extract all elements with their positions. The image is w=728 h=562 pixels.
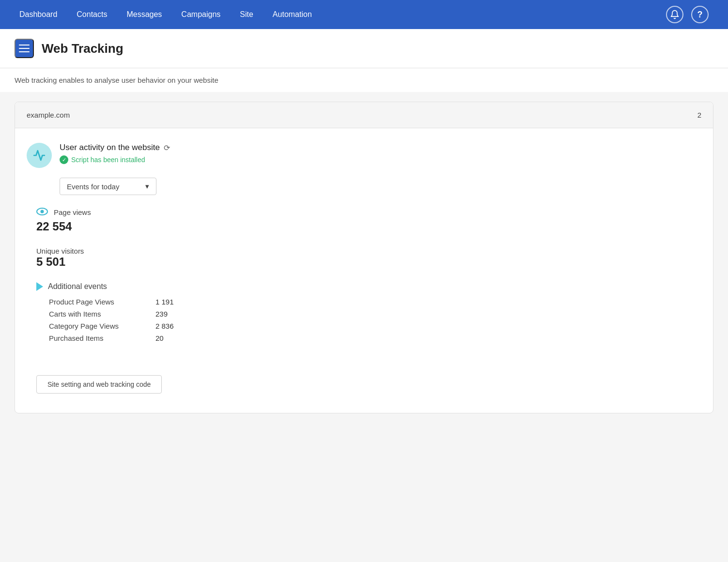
navbar: Dashboard Contacts Messages Campaigns Si… <box>0 0 728 29</box>
page-views-label: Page views <box>54 208 91 216</box>
list-item: Carts with Items 239 <box>49 310 701 318</box>
eye-icon <box>36 207 48 218</box>
card-body: User activity on the website ⟳ ✓ Script … <box>15 128 713 413</box>
nav-site[interactable]: Site <box>240 10 253 19</box>
page-subtitle: Web tracking enables to analyse user beh… <box>0 68 728 92</box>
event-purchased-items: Purchased Items <box>49 334 155 342</box>
page-header: Web Tracking <box>0 29 728 68</box>
event-category-page-views: Category Page Views <box>49 322 155 330</box>
events-dropdown-label: Events for today <box>67 182 119 191</box>
page-views-value: 22 554 <box>36 220 701 233</box>
events-list: Product Page Views 1 191 Carts with Item… <box>49 298 701 342</box>
refresh-icon[interactable]: ⟳ <box>164 143 170 152</box>
activity-header: User activity on the website ⟳ ✓ Script … <box>27 143 701 168</box>
unique-visitors-stat: Unique visitors 5 501 <box>36 247 701 269</box>
event-product-page-views: Product Page Views <box>49 298 155 306</box>
check-circle-icon: ✓ <box>60 155 68 164</box>
menu-button[interactable] <box>15 39 34 58</box>
installed-label: Script has been installed <box>71 156 145 164</box>
additional-events-header: Additional events <box>36 282 701 291</box>
site-setting-button[interactable]: Site setting and web tracking code <box>36 375 162 394</box>
page-title: Web Tracking <box>42 41 124 56</box>
list-item: Product Page Views 1 191 <box>49 298 701 306</box>
event-category-page-views-count: 2 836 <box>155 322 174 330</box>
list-item: Purchased Items 20 <box>49 334 701 342</box>
notification-button[interactable] <box>666 6 683 23</box>
event-product-page-views-count: 1 191 <box>155 298 174 306</box>
page-views-row: Page views <box>36 207 701 218</box>
svg-point-1 <box>41 210 44 213</box>
card-domain: example.com <box>27 111 70 119</box>
nav-contacts[interactable]: Contacts <box>77 10 107 19</box>
activity-chart-icon <box>33 149 46 162</box>
menu-line-1 <box>19 45 30 46</box>
additional-events-section: Additional events Product Page Views 1 1… <box>36 282 701 342</box>
event-carts-with-items-count: 239 <box>155 310 168 318</box>
menu-line-2 <box>19 48 30 49</box>
activity-icon-circle <box>27 143 52 168</box>
activity-title-group: User activity on the website ⟳ ✓ Script … <box>60 143 170 164</box>
events-dropdown-container: Events for today ▾ <box>60 178 701 195</box>
help-button[interactable]: ? <box>691 6 709 23</box>
card-count: 2 <box>697 111 701 119</box>
installed-badge: ✓ Script has been installed <box>60 155 170 164</box>
nav-dashboard[interactable]: Dashboard <box>19 10 57 19</box>
event-carts-with-items: Carts with Items <box>49 310 155 318</box>
unique-visitors-value: 5 501 <box>36 255 701 269</box>
activity-title: User activity on the website ⟳ <box>60 143 170 152</box>
nav-campaigns[interactable]: Campaigns <box>181 10 220 19</box>
bell-icon <box>670 10 680 19</box>
activity-title-text: User activity on the website <box>60 143 160 152</box>
eye-svg <box>36 208 48 215</box>
question-icon: ? <box>697 10 703 20</box>
nav-automation[interactable]: Automation <box>273 10 312 19</box>
event-purchased-items-count: 20 <box>155 334 164 342</box>
nav-icons: ? <box>666 6 709 23</box>
list-item: Category Page Views 2 836 <box>49 322 701 330</box>
nav-messages[interactable]: Messages <box>126 10 162 19</box>
triangle-icon <box>36 282 43 291</box>
additional-events-title: Additional events <box>48 282 107 291</box>
events-dropdown[interactable]: Events for today ▾ <box>60 178 156 195</box>
page-views-stat: Page views 22 554 <box>36 207 701 233</box>
nav-links: Dashboard Contacts Messages Campaigns Si… <box>19 10 312 19</box>
menu-line-3 <box>19 51 30 52</box>
main-card: example.com 2 User activity on the websi… <box>15 102 713 413</box>
stats-section: Page views 22 554 Unique visitors 5 501 … <box>36 207 701 342</box>
unique-visitors-label: Unique visitors <box>36 247 701 255</box>
card-header: example.com 2 <box>15 102 713 128</box>
chevron-down-icon: ▾ <box>145 182 149 191</box>
